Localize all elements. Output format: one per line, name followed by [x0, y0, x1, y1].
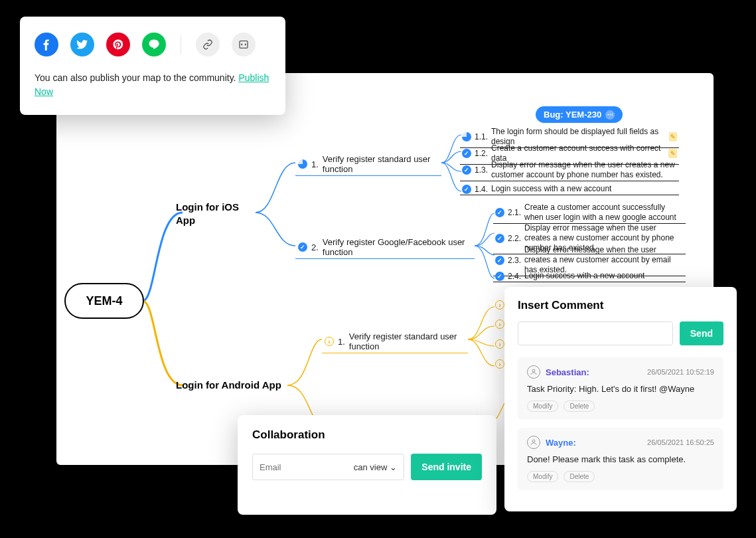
role-select[interactable]: can view ⌄: [354, 462, 398, 472]
check-icon: [495, 234, 504, 243]
comment-body: Done! Please mark this task as complete.: [527, 454, 714, 464]
comment-input[interactable]: [518, 321, 673, 345]
progress-icon: [462, 132, 471, 141]
bug-badge-icon: ⋯: [605, 110, 615, 120]
share-popover: You can also publish your map to the com…: [20, 17, 285, 115]
branch-android[interactable]: Login for Android App: [176, 379, 309, 392]
modify-button[interactable]: Modify: [527, 401, 558, 412]
comments-title: Insert Comment: [518, 299, 723, 312]
leaf-2-4[interactable]: 2.4. Login success with a new account: [493, 270, 686, 282]
leaf-1-4[interactable]: 1.4. Login success with a new account: [460, 183, 679, 195]
collab-title: Collaboration: [252, 428, 482, 442]
progress-icon: [298, 159, 307, 169]
branch-ios[interactable]: Login for iOS App: [176, 201, 256, 226]
check-icon: [462, 149, 471, 158]
chevron-down-icon: ⌄: [390, 462, 397, 472]
android-node-1[interactable]: 1. Verify register standard user functio…: [322, 330, 468, 353]
ios-node-1-text: Verify register standard user function: [323, 154, 439, 174]
share-text: You can also publish your map to the com…: [35, 71, 271, 99]
check-icon: [495, 208, 504, 217]
facebook-icon[interactable]: [35, 33, 58, 56]
svg-point-2: [532, 440, 535, 442]
comment-item-1: Sebastian: 26/05/2021 10:52:19 Task Prio…: [518, 357, 723, 420]
edit-icon[interactable]: ✎: [669, 132, 677, 141]
leaf-1-3[interactable]: 1.3. Display error message when the user…: [460, 159, 679, 181]
chevron-icon: [325, 337, 334, 346]
ios-node-1[interactable]: 1. Verify register standard user functio…: [295, 153, 441, 176]
check-icon: [495, 256, 504, 265]
pinterest-icon[interactable]: [106, 33, 130, 56]
comment-user: Wayne:: [527, 436, 576, 449]
delete-button[interactable]: Delete: [564, 471, 595, 482]
comment-item-2: Wayne: 26/05/2021 16:50:25 Done! Please …: [518, 428, 723, 490]
edit-icon[interactable]: ✎: [668, 149, 677, 158]
delete-button[interactable]: Delete: [564, 401, 595, 412]
chevron-icon: [495, 339, 504, 349]
chevron-icon: [495, 300, 504, 310]
chevron-icon: [495, 319, 504, 329]
svg-point-1: [532, 369, 535, 372]
link-icon[interactable]: [196, 33, 220, 56]
check-icon: [462, 165, 471, 175]
line-icon[interactable]: [142, 33, 166, 56]
embed-icon[interactable]: [232, 33, 256, 56]
modify-button[interactable]: Modify: [527, 471, 558, 482]
divider: [181, 35, 181, 54]
email-field[interactable]: [260, 462, 335, 472]
bug-badge-text: Bug: YEM-230: [544, 110, 601, 120]
ios-node-2[interactable]: 2. Verify register Google/Facebook user …: [295, 236, 475, 259]
chevron-icon: [495, 359, 504, 369]
twitter-icon[interactable]: [70, 33, 94, 56]
collaboration-card: Collaboration can view ⌄ Send invite: [238, 415, 496, 515]
leaf-2-1[interactable]: 2.1. Create a customer account successfu…: [493, 202, 686, 224]
comment-time: 26/05/2021 10:52:19: [647, 368, 714, 376]
avatar-icon: [527, 436, 540, 449]
comment-user: Sebastian:: [527, 365, 589, 379]
check-icon: [462, 185, 471, 194]
root-node[interactable]: YEM-4: [64, 283, 144, 319]
check-icon: [298, 242, 307, 252]
bug-badge[interactable]: Bug: YEM-230 ⋯: [536, 106, 623, 123]
comment-body: Task Priority: High. Let's do it first! …: [527, 384, 714, 394]
root-label: YEM-4: [86, 294, 122, 308]
avatar-icon: [527, 365, 540, 379]
send-comment-button[interactable]: Send: [680, 321, 723, 345]
comments-panel: Insert Comment Send Sebastian: 26/05/202…: [504, 287, 737, 511]
ios-node-2-text: Verify register Google/Facebook user fun…: [323, 237, 472, 257]
collab-input-wrap: can view ⌄: [252, 454, 404, 480]
send-invite-button[interactable]: Send invite: [411, 454, 482, 480]
check-icon: [495, 272, 504, 281]
comment-time: 26/05/2021 16:50:25: [647, 438, 714, 446]
